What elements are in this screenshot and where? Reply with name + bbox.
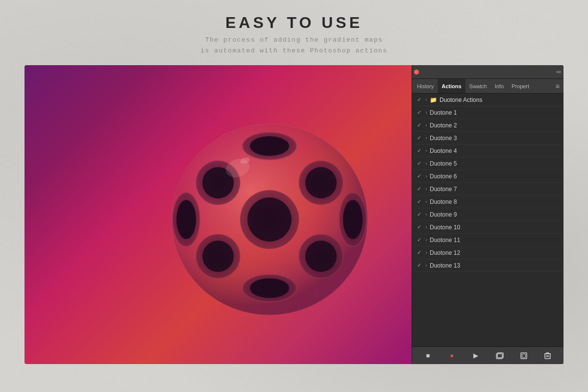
- list-item[interactable]: ✓ › Duotone 13: [412, 259, 564, 272]
- tab-propert[interactable]: Propert: [508, 79, 533, 93]
- svg-point-6: [176, 200, 196, 239]
- svg-point-8: [343, 200, 363, 239]
- folder-icon: 📁: [430, 97, 437, 103]
- list-item[interactable]: ✓ › Duotone 5: [412, 157, 564, 170]
- list-item[interactable]: ✓ › Duotone 3: [412, 132, 564, 145]
- list-item[interactable]: ✓ › Duotone 9: [412, 208, 564, 221]
- svg-point-2: [250, 136, 289, 156]
- panel-content: ✓ › 📁 Duotone Actions ✓ › Duotone 1 ✓ › …: [412, 94, 564, 346]
- panel-menu-button[interactable]: ≡: [553, 82, 563, 90]
- stop-button[interactable]: ■: [422, 350, 433, 361]
- group-expand-arrow[interactable]: ›: [423, 97, 430, 102]
- svg-point-14: [202, 241, 234, 272]
- list-item[interactable]: ✓ › Duotone 12: [412, 246, 564, 259]
- group-check: ✓: [415, 97, 423, 103]
- list-item[interactable]: ✓ › Duotone 4: [412, 145, 564, 157]
- svg-point-12: [305, 167, 337, 198]
- list-item[interactable]: ✓ › Duotone 1: [412, 106, 564, 119]
- collapse-button[interactable]: «»: [556, 69, 561, 74]
- 3d-shape: [147, 92, 392, 337]
- svg-point-4: [250, 278, 289, 298]
- tab-info[interactable]: Info: [491, 79, 508, 93]
- list-item[interactable]: ✓ › Duotone 10: [412, 221, 564, 234]
- list-item[interactable]: ✓ › Duotone 11: [412, 234, 564, 246]
- panel-footer: ■ ● ▶: [412, 346, 564, 364]
- photoshop-panel: «» History Actions Swatch Info Propert ≡…: [412, 65, 564, 364]
- header-section: EASY TO USE The process of adding the gr…: [0, 0, 588, 65]
- tab-history[interactable]: History: [413, 79, 438, 93]
- list-item[interactable]: ✓ › Duotone 7: [412, 183, 564, 196]
- list-item[interactable]: ✓ › Duotone 8: [412, 196, 564, 208]
- subtitle: The process of adding the gradient maps …: [0, 35, 588, 56]
- svg-rect-23: [521, 353, 527, 359]
- delete-button[interactable]: [542, 350, 553, 361]
- actions-group-row[interactable]: ✓ › 📁 Duotone Actions: [412, 94, 564, 106]
- record-button[interactable]: ●: [446, 350, 457, 361]
- tab-actions[interactable]: Actions: [438, 79, 465, 93]
- new-set-button[interactable]: [494, 350, 505, 361]
- panel-header: «»: [412, 65, 564, 79]
- play-button[interactable]: ▶: [470, 350, 481, 361]
- list-item[interactable]: ✓ › Duotone 6: [412, 170, 564, 183]
- tab-swatch[interactable]: Swatch: [466, 79, 491, 93]
- svg-rect-24: [522, 354, 525, 357]
- group-label: Duotone Actions: [440, 97, 482, 103]
- svg-point-16: [305, 241, 337, 272]
- main-content: «» History Actions Swatch Info Propert ≡…: [24, 65, 564, 364]
- list-item[interactable]: ✓ › Duotone 2: [412, 119, 564, 132]
- new-action-button[interactable]: [518, 350, 529, 361]
- panel-tabs: History Actions Swatch Info Propert ≡: [412, 79, 564, 94]
- svg-point-18: [247, 197, 292, 242]
- page-title: EASY TO USE: [0, 14, 588, 32]
- close-button[interactable]: [414, 70, 419, 74]
